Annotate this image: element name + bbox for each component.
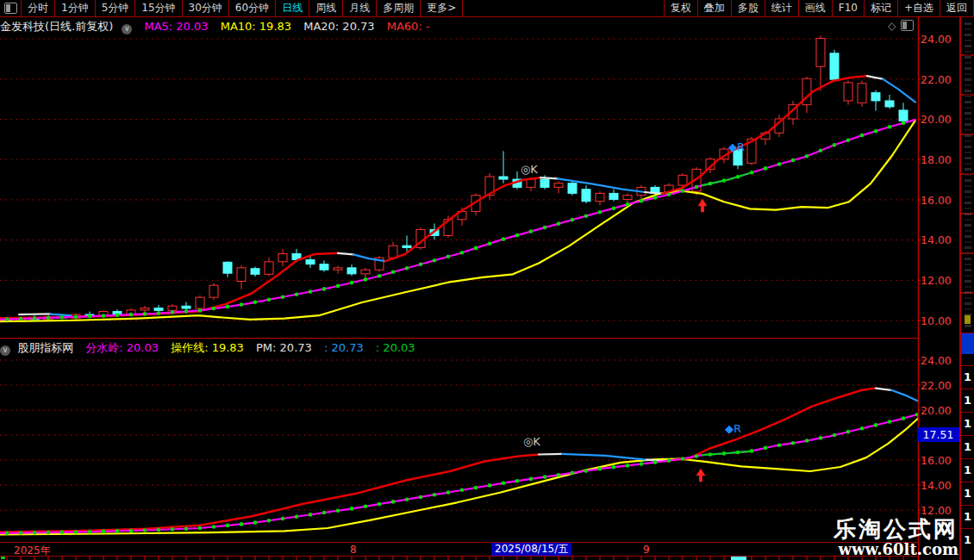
date-month-label: 9: [643, 544, 650, 556]
indicator-panel: ◎K◆R: [0, 360, 919, 535]
price-label: 12.00: [921, 274, 958, 287]
date-month-label: 8: [350, 544, 357, 556]
price-label: 24.00: [921, 33, 958, 46]
cursor-price-badge: 17.51: [917, 427, 959, 442]
main-price-chart: ◎K◆R: [0, 35, 915, 321]
price-label: 12.00: [921, 504, 958, 517]
indicator-source: 股朋指标网: [17, 341, 73, 354]
signal-marker: ◎K: [523, 435, 540, 448]
signal-marker: ◆R: [728, 140, 745, 153]
price-label: 14.00: [921, 479, 958, 492]
panel-divider[interactable]: [0, 338, 919, 339]
PM-trend-white: [876, 389, 891, 390]
strip-digit: 1: [961, 482, 974, 505]
strip-digit: 1: [961, 528, 974, 551]
fenshuiling-magenta: [0, 414, 919, 533]
buy-arrow-marker: [696, 469, 706, 482]
signal-marker: ◆R: [725, 422, 741, 435]
signal-marker: ◎K: [521, 163, 538, 176]
strip-glyph-column: [965, 21, 971, 327]
PM-trend-blue: [50, 314, 71, 316]
strip-yellow-mark: [965, 315, 971, 324]
price-label: 22.00: [921, 379, 958, 392]
watermark-url: www.60lt.com: [834, 541, 958, 558]
bottom-tick-strip: [1, 557, 903, 560]
right-sidebar-strip[interactable]: 1 1 1 1 1 1 1 1: [959, 17, 974, 560]
caozuoxian-value: 操作线: 19.83: [171, 341, 244, 354]
price-label: 22.00: [921, 73, 958, 86]
strip-digit: 1: [961, 458, 974, 482]
strip-blue-badge: [961, 333, 974, 354]
watermark-title: 乐淘公式网: [834, 517, 958, 541]
price-label: 14.00: [921, 233, 958, 246]
fenshuiling-value: 分水岭: 20.03: [85, 341, 159, 354]
chevron-down-icon[interactable]: ∨: [0, 345, 10, 356]
PM-trend-blue: [891, 390, 919, 401]
PM-trend-white: [867, 76, 883, 79]
PM-trend-blue: [883, 79, 915, 103]
PM-trend-white: [338, 253, 353, 255]
PM-trend-white: [540, 177, 558, 178]
green-dot-markers: [5, 121, 906, 321]
indicator-legend: ∨ 股朋指标网 分水岭: 20.03 操作线: 19.83 PM: 20.73 …: [0, 340, 424, 354]
pm-blue-value: : 20.73: [324, 341, 364, 354]
price-label: 20.00: [921, 404, 958, 417]
date-axis[interactable]: 2025年 8 2025/08/15/五 9: [0, 542, 918, 557]
stock-chart-app: 分时 1分钟 5分钟 15分钟 30分钟 60分钟 日线 周线 月线 多周期 更…: [0, 0, 974, 560]
strip-digit: 1: [961, 435, 974, 458]
price-label: 16.00: [921, 454, 958, 467]
price-label: 10.00: [921, 314, 958, 327]
strip-digit: 1: [961, 505, 974, 528]
watermark: 乐淘公式网 www.60lt.com: [834, 517, 958, 558]
price-label: 20.00: [921, 113, 958, 126]
strip-digit: 1: [961, 389, 974, 412]
caozuoxian-yellow: [0, 418, 919, 535]
buy-arrow-marker: [698, 199, 708, 213]
PM-trend-white: [19, 314, 50, 314]
strip-digit: 1: [961, 365, 974, 389]
pm-green-value: : 20.03: [376, 341, 415, 354]
MA10-operating-line: [0, 121, 915, 322]
PM-trend-blue: [562, 454, 646, 460]
cursor-date-badge: 2025/08/15/五: [491, 543, 571, 556]
date-year-label: 2025年: [14, 544, 51, 558]
PM-trend-red: [665, 389, 876, 462]
chart-canvas[interactable]: ◎K◆R◎K◆R: [0, 0, 974, 560]
strip-digit: 1: [961, 412, 974, 435]
price-label: 18.00: [921, 153, 958, 166]
pm-value: PM: 20.73: [256, 341, 312, 354]
price-label: 24.00: [921, 354, 958, 367]
price-label: 16.00: [921, 194, 958, 207]
PM-trend-white: [539, 454, 562, 455]
green-dot-markers: [5, 413, 920, 535]
